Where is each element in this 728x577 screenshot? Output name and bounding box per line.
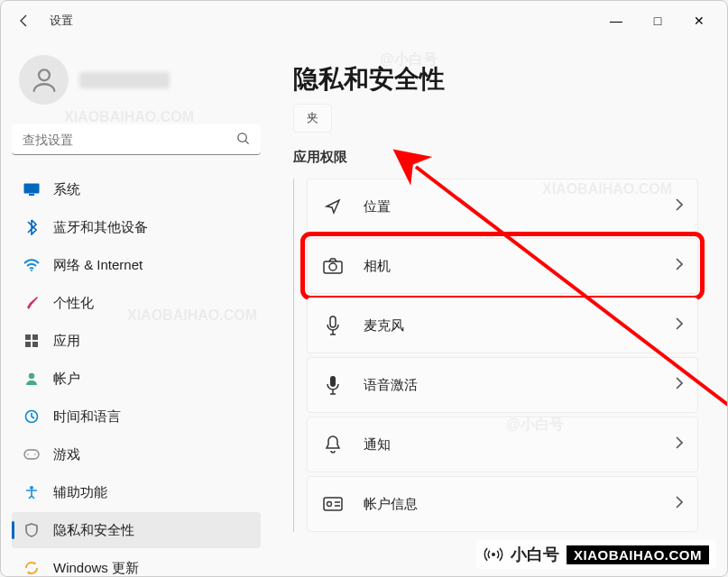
sidebar-item-label: 帐户 xyxy=(53,371,80,388)
chevron-right-icon xyxy=(676,317,683,334)
broadcast-icon xyxy=(484,545,503,564)
sidebar-item-bluetooth[interactable]: 蓝牙和其他设备 xyxy=(12,209,261,245)
person-icon xyxy=(29,65,60,96)
sidebar-item-label: 系统 xyxy=(53,181,80,198)
wifi-icon xyxy=(23,256,41,274)
permission-label: 位置 xyxy=(364,198,676,215)
section-header-app-permissions: 应用权限 xyxy=(293,149,698,166)
search-input-wrapper[interactable] xyxy=(12,124,261,155)
sidebar-item-account[interactable]: 帐户 xyxy=(12,361,261,397)
account-icon xyxy=(23,370,41,388)
bluetooth-icon xyxy=(23,218,41,236)
page-title: 隐私和安全性 xyxy=(293,62,698,96)
voice-icon xyxy=(322,375,344,395)
gaming-icon xyxy=(23,445,41,463)
sidebar-item-brush[interactable]: 个性化 xyxy=(12,285,261,321)
svg-point-1 xyxy=(238,133,246,141)
acctinfo-icon xyxy=(322,497,344,511)
permission-label: 麦克风 xyxy=(364,317,676,334)
search-icon xyxy=(236,132,250,148)
sidebar-item-update[interactable]: Windows 更新 xyxy=(12,550,261,576)
location-icon xyxy=(322,197,344,215)
time-icon xyxy=(23,408,41,426)
sidebar-item-label: 时间和语言 xyxy=(53,408,121,426)
watermark-brand: 小白号 xyxy=(511,544,559,565)
sidebar-item-gaming[interactable]: 游戏 xyxy=(12,436,261,472)
close-button[interactable]: ✕ xyxy=(678,6,720,35)
svg-rect-5 xyxy=(25,334,31,340)
user-name-blurred xyxy=(79,72,170,88)
main-panel: 隐私和安全性 夹 应用权限 位置相机麦克风语音激活通知帐户信息 xyxy=(272,41,727,576)
access-icon xyxy=(23,483,41,501)
notify-icon xyxy=(322,435,344,453)
chevron-right-icon xyxy=(676,198,683,215)
svg-point-12 xyxy=(27,453,29,455)
user-profile-row[interactable] xyxy=(12,50,261,110)
brush-icon xyxy=(23,294,41,312)
watermark-domain: XIAOBAIHAO.COM xyxy=(567,545,709,564)
permissions-list: 位置相机麦克风语音激活通知帐户信息 xyxy=(293,179,698,532)
sidebar-item-label: 隐私和安全性 xyxy=(53,522,134,539)
permission-item-location[interactable]: 位置 xyxy=(307,179,698,234)
permission-item-camera[interactable]: 相机 xyxy=(307,238,698,294)
svg-rect-2 xyxy=(24,184,40,194)
permission-item-voice[interactable]: 语音激活 xyxy=(307,357,698,413)
mic-icon xyxy=(322,316,344,335)
avatar xyxy=(19,55,69,105)
sidebar-item-label: 网络 & Internet xyxy=(53,257,143,274)
settings-window: 设置 — □ ✕ 系统蓝牙和其他设备网络 & Internet个性化应用帐户时间… xyxy=(0,0,728,577)
window-title: 设置 xyxy=(50,13,73,29)
camera-icon xyxy=(322,258,344,274)
svg-point-14 xyxy=(30,486,33,490)
svg-point-16 xyxy=(329,263,336,270)
search-input[interactable] xyxy=(23,133,228,147)
permission-item-mic[interactable]: 麦克风 xyxy=(307,298,698,353)
svg-rect-6 xyxy=(32,334,38,340)
maximize-button[interactable]: □ xyxy=(637,6,678,35)
chevron-right-icon xyxy=(676,436,683,453)
apps-icon xyxy=(23,332,41,350)
sidebar-item-label: Windows 更新 xyxy=(53,560,139,577)
svg-rect-7 xyxy=(25,342,31,347)
permission-label: 语音激活 xyxy=(364,377,676,394)
sidebar-item-apps[interactable]: 应用 xyxy=(12,323,261,359)
minimize-button[interactable]: — xyxy=(595,6,637,35)
svg-point-9 xyxy=(29,373,34,379)
permission-label: 通知 xyxy=(364,436,676,453)
permission-item-notify[interactable]: 通知 xyxy=(307,417,698,472)
sidebar-item-label: 游戏 xyxy=(53,446,80,463)
permission-label: 相机 xyxy=(364,258,676,275)
svg-rect-8 xyxy=(32,342,38,347)
sidebar-item-label: 蓝牙和其他设备 xyxy=(53,219,148,236)
sidebar-item-label: 个性化 xyxy=(53,295,94,312)
permission-item-acctinfo[interactable]: 帐户信息 xyxy=(307,476,698,532)
svg-point-22 xyxy=(492,553,495,556)
svg-point-0 xyxy=(39,69,50,80)
back-button[interactable] xyxy=(15,12,33,30)
svg-rect-11 xyxy=(24,450,39,459)
arrow-left-icon xyxy=(17,14,32,28)
chevron-right-icon xyxy=(676,258,683,274)
sidebar: 系统蓝牙和其他设备网络 & Internet个性化应用帐户时间和语言游戏辅助功能… xyxy=(1,41,272,576)
sidebar-item-system[interactable]: 系统 xyxy=(12,171,261,207)
sidebar-item-access[interactable]: 辅助功能 xyxy=(12,474,261,510)
sidebar-item-label: 应用 xyxy=(53,333,80,350)
sidebar-item-privacy[interactable]: 隐私和安全性 xyxy=(12,512,261,548)
update-icon xyxy=(23,559,41,576)
svg-rect-18 xyxy=(330,376,336,387)
svg-point-20 xyxy=(327,502,332,507)
window-controls: — □ ✕ xyxy=(595,6,720,35)
sidebar-item-label: 辅助功能 xyxy=(53,484,107,501)
svg-rect-17 xyxy=(330,316,336,327)
sidebar-item-time[interactable]: 时间和语言 xyxy=(12,398,261,435)
svg-point-13 xyxy=(34,453,36,455)
system-icon xyxy=(23,180,41,198)
sidebar-item-wifi[interactable]: 网络 & Internet xyxy=(12,247,261,283)
nav-list: 系统蓝牙和其他设备网络 & Internet个性化应用帐户时间和语言游戏辅助功能… xyxy=(12,171,261,576)
svg-rect-3 xyxy=(29,194,34,196)
titlebar: 设置 — □ ✕ xyxy=(1,1,727,41)
watermark: 小白号 XIAOBAIHAO.COM xyxy=(476,540,716,569)
breadcrumb-fragment: 夹 xyxy=(293,104,332,133)
chevron-right-icon xyxy=(676,496,683,512)
svg-point-4 xyxy=(31,270,32,271)
